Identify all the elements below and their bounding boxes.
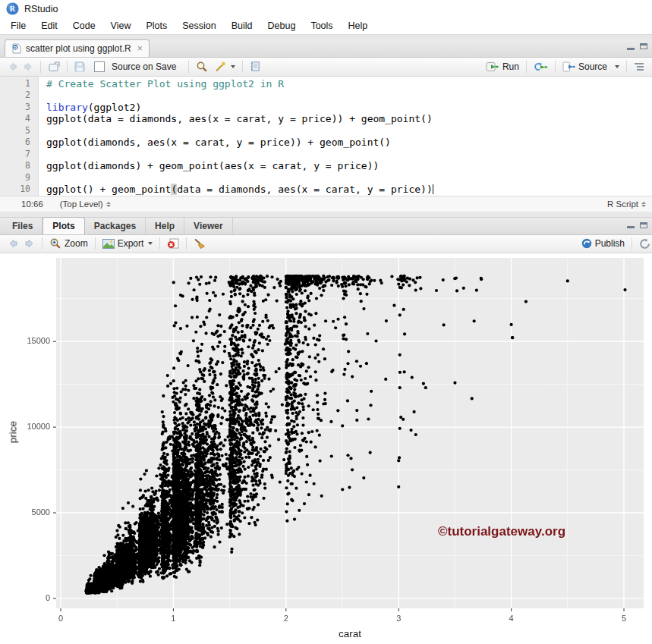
code-line[interactable]: 5 [0, 125, 652, 137]
tab-help[interactable]: Help [146, 218, 184, 234]
y-tick-label: 0 [5, 593, 50, 602]
menu-item-help[interactable]: Help [341, 19, 376, 33]
line-number[interactable]: 4 [0, 113, 38, 125]
cursor-position: 10:66 [21, 199, 43, 209]
code-line[interactable]: 9 [0, 172, 652, 184]
outline-icon [634, 62, 644, 71]
source-label: Source [578, 61, 607, 72]
line-number[interactable]: 1 [0, 78, 38, 90]
next-plot-button[interactable] [21, 237, 38, 250]
code-text: ggplot(diamonds, aes(x = carat, y = pric… [38, 137, 391, 149]
menu-item-code[interactable]: Code [65, 19, 103, 33]
code-line[interactable]: 6ggplot(diamonds, aes(x = carat, y = pri… [0, 137, 652, 149]
publish-button[interactable]: Publish [578, 237, 628, 250]
minimize-pane-button[interactable] [627, 226, 635, 228]
line-number[interactable]: 3 [0, 102, 38, 114]
line-number[interactable]: 5 [0, 125, 38, 137]
export-label: Export [118, 238, 144, 249]
plots-pane-tabbar: FilesPlotsPackagesHelpViewer [0, 218, 652, 235]
clear-all-plots-button[interactable] [191, 237, 209, 250]
line-number[interactable]: 2 [0, 90, 38, 102]
menu-item-file[interactable]: File [3, 19, 33, 33]
nav-forward-button[interactable] [20, 61, 36, 73]
source-on-save-checkbox[interactable]: Source on Save [91, 60, 179, 74]
line-number[interactable]: 10 [0, 184, 38, 196]
code-line[interactable]: 7 [0, 149, 652, 161]
line-number[interactable]: 9 [0, 172, 38, 184]
code-line[interactable]: 1# Create Scatter Plot using ggplot2 in … [0, 78, 652, 90]
maximize-pane-button[interactable] [640, 222, 647, 228]
code-line[interactable]: 3library(ggplot2) [0, 102, 652, 114]
code-editor[interactable]: 1# Create Scatter Plot using ggplot2 in … [0, 77, 652, 196]
nav-back-button[interactable] [5, 61, 20, 73]
menu-item-debug[interactable]: Debug [260, 19, 304, 33]
menu-item-build[interactable]: Build [224, 19, 260, 33]
file-type-label: R Script [607, 199, 638, 209]
chevron-down-icon [615, 65, 619, 68]
find-replace-button[interactable] [193, 59, 211, 74]
code-text [38, 90, 46, 102]
popout-icon [48, 61, 60, 72]
x-tick-label: 5 [609, 614, 639, 623]
refresh-icon [639, 238, 650, 250]
rstudio-window: R RStudio FileEditCodeViewPlotsSessionBu… [0, 0, 652, 644]
menu-item-tools[interactable]: Tools [303, 19, 340, 33]
code-token: library [46, 102, 88, 113]
tab-plots[interactable]: Plots [43, 217, 84, 234]
line-number[interactable]: 7 [0, 149, 38, 161]
line-number[interactable]: 8 [0, 160, 38, 172]
y-tick-label: 15000 [5, 336, 50, 345]
chrome-strip [0, 34, 652, 39]
source-button[interactable]: Source [559, 60, 622, 74]
code-line[interactable]: 10ggplot() + geom_point(data = diamonds,… [0, 184, 652, 196]
close-icon[interactable]: × [137, 43, 143, 54]
code-line[interactable]: 8ggplot(diamonds) + geom_point(aes(x = c… [0, 160, 652, 172]
tab-scatter-plot-script[interactable]: R scatter plot using ggplot.R × [5, 39, 150, 57]
menu-item-session[interactable]: Session [175, 19, 223, 33]
file-type-selector[interactable]: R Script [607, 199, 646, 209]
code-tools-button[interactable] [211, 59, 238, 74]
open-in-new-window-button[interactable] [45, 60, 63, 74]
r-document-icon: R [11, 43, 22, 54]
checkbox-unchecked[interactable] [94, 61, 105, 72]
scope-selector[interactable]: (Top Level) [60, 199, 111, 209]
export-plot-button[interactable]: Export [99, 237, 156, 250]
minimize-pane-button[interactable] [627, 48, 635, 50]
code-token: data = diamonds, aes(x = carat, y = pric… [177, 184, 433, 195]
tab-label: scatter plot using ggplot.R [26, 43, 131, 54]
code-token: ggplot(data = diamonds, aes(x = carat, y… [46, 113, 433, 124]
tab-packages[interactable]: Packages [85, 218, 146, 234]
source-pane-tabbar: R scatter plot using ggplot.R × [0, 39, 652, 58]
code-line[interactable]: 4ggplot(data = diamonds, aes(x = carat, … [0, 113, 652, 125]
previous-plot-button[interactable] [5, 237, 21, 250]
code-text [38, 125, 46, 137]
compile-report-button[interactable] [247, 59, 264, 74]
menu-item-view[interactable]: View [103, 19, 139, 33]
export-image-icon [102, 239, 115, 249]
save-button[interactable] [71, 60, 88, 74]
line-number[interactable]: 6 [0, 137, 38, 149]
pane-splitter[interactable] [0, 212, 652, 218]
rerun-button[interactable] [531, 60, 551, 74]
publish-label: Publish [595, 238, 625, 249]
code-line[interactable]: 2 [0, 90, 652, 102]
tab-files[interactable]: Files [3, 218, 43, 234]
code-text: library(ggplot2) [38, 102, 141, 114]
maximize-pane-button[interactable] [640, 43, 647, 49]
menu-item-edit[interactable]: Edit [33, 19, 65, 33]
rstudio-logo-icon: R [6, 2, 19, 15]
source-on-save-label: Source on Save [112, 61, 176, 72]
tab-viewer[interactable]: Viewer [184, 218, 232, 234]
svg-text:R: R [14, 46, 17, 50]
run-button[interactable]: Run [483, 60, 522, 74]
code-text: ggplot() + geom_point(data = diamonds, a… [38, 184, 433, 196]
document-outline-button[interactable] [631, 61, 647, 73]
code-token: ggplot(diamonds) + geom_point(aes(x = ca… [46, 160, 379, 171]
zoom-plot-button[interactable]: Zoom [46, 236, 91, 251]
refresh-plot-button[interactable] [636, 237, 652, 251]
remove-plot-button[interactable] [164, 237, 182, 250]
window-title: RStudio [24, 4, 58, 14]
menu-item-plots[interactable]: Plots [138, 19, 175, 33]
wand-icon [214, 61, 226, 73]
watermark: ©tutorialgateway.org [424, 524, 580, 539]
